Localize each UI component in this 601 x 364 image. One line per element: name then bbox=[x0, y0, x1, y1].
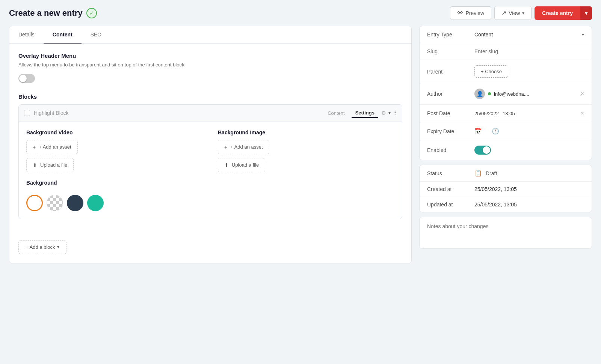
tab-content[interactable]: Content bbox=[44, 26, 82, 44]
created-at-label: Created at bbox=[427, 186, 468, 192]
parent-label: Parent bbox=[427, 69, 468, 75]
avatar: 👤 bbox=[474, 89, 485, 99]
block-actions: ⚙ ▾ ⠿ bbox=[381, 110, 397, 116]
slug-input[interactable] bbox=[474, 48, 584, 54]
status-value: Draft bbox=[486, 170, 497, 176]
overlay-title: Overlay Header Menu bbox=[18, 53, 402, 59]
tab-details[interactable]: Details bbox=[9, 26, 44, 44]
page-title: Create a new entry bbox=[9, 8, 83, 18]
overlay-toggle[interactable] bbox=[18, 74, 35, 83]
entry-type-chevron-icon: ▾ bbox=[582, 32, 584, 37]
notes-textarea[interactable] bbox=[420, 217, 592, 247]
share-icon: ↗ bbox=[501, 9, 506, 17]
add-block-button[interactable]: + Add a block ▾ bbox=[18, 240, 66, 254]
add-image-asset-button[interactable]: + + Add an asset bbox=[218, 140, 269, 154]
drag-icon[interactable]: ⠿ bbox=[393, 110, 397, 116]
plus-icon: + bbox=[224, 144, 227, 150]
content-area: Overlay Header Menu Allows the top menu … bbox=[9, 44, 411, 234]
status-row: Status 📋 Draft bbox=[420, 165, 592, 182]
draft-icon: 📋 bbox=[474, 170, 482, 177]
gear-icon[interactable]: ⚙ bbox=[381, 110, 386, 116]
swatch-white[interactable] bbox=[26, 195, 43, 211]
eye-icon: 👁 bbox=[457, 10, 463, 17]
choose-parent-button[interactable]: + Choose bbox=[474, 65, 508, 78]
block-name: Highlight Block bbox=[34, 110, 69, 116]
overlay-header-section: Overlay Header Menu Allows the top menu … bbox=[18, 53, 402, 83]
enabled-row: Enabled bbox=[420, 140, 592, 160]
block-header-right: Content Settings ⚙ ▾ ⠿ bbox=[324, 108, 397, 118]
block-body: Background Video + + Add an asset ⬆ Uplo… bbox=[19, 122, 402, 180]
expiry-date-field: 📅 🕐 bbox=[474, 128, 584, 135]
status-card: Status 📋 Draft Created at 25/05/2022, 13… bbox=[419, 165, 592, 212]
page-header: Create a new entry ✓ 👁 Preview ↗ View ▾ … bbox=[0, 0, 601, 26]
created-at-row: Created at 25/05/2022, 13:05 bbox=[420, 182, 592, 197]
upload-image-button[interactable]: ⬆ Upload a file bbox=[218, 158, 265, 172]
expiry-date-row: Expiry Date 📅 🕐 bbox=[420, 122, 592, 140]
swatch-dark[interactable] bbox=[67, 195, 83, 211]
swatch-green[interactable] bbox=[87, 195, 104, 211]
status-label: Status bbox=[427, 170, 468, 176]
background-video-field: Background Video + + Add an asset ⬆ Uplo… bbox=[26, 129, 203, 172]
background-image-field: Background Image + + Add an asset ⬆ Uplo… bbox=[218, 129, 394, 172]
enabled-label: Enabled bbox=[427, 147, 468, 153]
slug-row: Slug bbox=[420, 43, 592, 60]
remove-author-icon[interactable]: × bbox=[581, 90, 584, 97]
blocks-section: Blocks Highlight Block Content Settings … bbox=[18, 93, 402, 219]
plus-icon: + bbox=[33, 144, 36, 150]
tab-bar: Details Content SEO bbox=[9, 26, 411, 44]
background-color-section: Background bbox=[19, 180, 402, 219]
upload-icon: ⬆ bbox=[33, 162, 37, 168]
slug-label: Slug bbox=[427, 48, 468, 54]
parent-row: Parent + Choose bbox=[420, 60, 592, 83]
block-header-left: Highlight Block bbox=[24, 110, 69, 116]
author-info: 👤 info@webdna.... × bbox=[474, 89, 584, 99]
post-time-value: 13:05 bbox=[503, 111, 515, 116]
updated-at-value: 25/05/2022, 13:05 bbox=[474, 202, 517, 208]
header-left: Create a new entry ✓ bbox=[9, 8, 97, 18]
overlay-desc: Allows the top menu to be transparent an… bbox=[18, 61, 402, 69]
view-button[interactable]: ↗ View ▾ bbox=[494, 6, 532, 20]
updated-at-label: Updated at bbox=[427, 202, 468, 208]
author-email: info@webdna.... bbox=[494, 91, 529, 97]
preview-button[interactable]: 👁 Preview bbox=[450, 6, 491, 20]
header-actions: 👁 Preview ↗ View ▾ Create entry ▾ bbox=[450, 6, 592, 20]
entry-type-select[interactable]: Content ▾ bbox=[474, 32, 584, 38]
add-video-asset-button[interactable]: + + Add an asset bbox=[26, 140, 78, 154]
create-entry-chevron-icon[interactable]: ▾ bbox=[580, 6, 592, 20]
chevron-down-icon: ▾ bbox=[522, 11, 524, 16]
left-panel: Details Content SEO Overlay Header Menu … bbox=[9, 26, 412, 263]
background-title: Background bbox=[26, 180, 394, 190]
block-chevron-icon[interactable]: ▾ bbox=[388, 110, 391, 116]
enabled-toggle[interactable] bbox=[474, 146, 491, 155]
right-panel: Entry Type Content ▾ Slug Parent + Choos… bbox=[419, 26, 592, 263]
color-swatches bbox=[26, 195, 394, 211]
swatch-checker[interactable] bbox=[47, 195, 63, 211]
main-layout: Details Content SEO Overlay Header Menu … bbox=[0, 26, 601, 272]
block-settings-tab[interactable]: Settings bbox=[352, 108, 378, 118]
post-date-label: Post Date bbox=[427, 110, 468, 116]
remove-date-icon[interactable]: × bbox=[581, 110, 584, 117]
background-image-title: Background Image bbox=[218, 129, 394, 135]
create-entry-button[interactable]: Create entry ▾ bbox=[535, 6, 592, 20]
entry-type-label: Entry Type bbox=[427, 32, 468, 38]
post-date-field: 25/05/2022 13:05 × bbox=[474, 110, 584, 117]
add-block-chevron-icon: ▾ bbox=[57, 244, 59, 250]
block-card: Highlight Block Content Settings ⚙ ▾ ⠿ bbox=[18, 104, 402, 219]
clock-icon[interactable]: 🕐 bbox=[492, 128, 499, 135]
block-content-tab[interactable]: Content bbox=[324, 109, 349, 117]
background-video-title: Background Video bbox=[26, 129, 203, 135]
upload-video-button[interactable]: ⬆ Upload a file bbox=[26, 158, 74, 172]
block-checkbox[interactable] bbox=[24, 110, 30, 116]
tab-seo[interactable]: SEO bbox=[82, 26, 111, 44]
blocks-label: Blocks bbox=[18, 93, 402, 100]
author-row: Author 👤 info@webdna.... × bbox=[420, 83, 592, 105]
expiry-date-label: Expiry Date bbox=[427, 128, 468, 134]
created-at-value: 25/05/2022, 13:05 bbox=[474, 186, 517, 192]
notes-card bbox=[419, 217, 592, 249]
entry-type-row: Entry Type Content ▾ bbox=[420, 26, 592, 43]
calendar-icon[interactable]: 📅 bbox=[474, 128, 482, 135]
online-dot bbox=[488, 92, 491, 95]
author-label: Author bbox=[427, 91, 468, 97]
check-icon: ✓ bbox=[86, 8, 97, 18]
entry-info-card: Entry Type Content ▾ Slug Parent + Choos… bbox=[419, 26, 592, 160]
